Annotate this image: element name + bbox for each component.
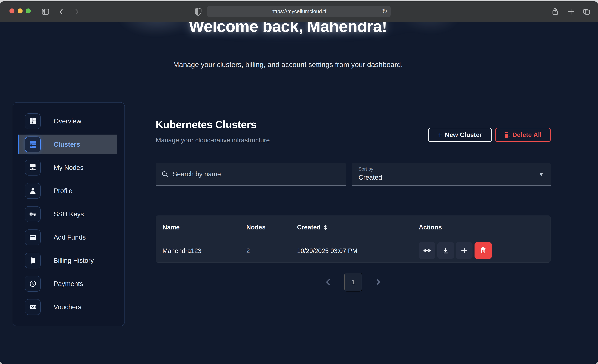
sort-label: Sort by — [358, 166, 373, 172]
sidebar: Overview Clusters My Nodes — [13, 102, 125, 326]
forward-button[interactable] — [73, 1, 81, 22]
share-button[interactable] — [550, 1, 560, 22]
add-node-button[interactable] — [456, 242, 473, 259]
sidebar-item-my-nodes[interactable]: My Nodes — [13, 156, 125, 179]
search-input[interactable] — [172, 170, 336, 178]
delete-all-button[interactable]: Delete All — [495, 128, 551, 142]
row-actions — [419, 242, 492, 259]
sidebar-item-label: Billing History — [54, 257, 94, 264]
sidebar-item-label: Add Funds — [54, 234, 86, 241]
plus-icon — [567, 8, 575, 16]
download-icon — [442, 247, 449, 254]
sort-updown-icon — [323, 224, 328, 231]
plus-icon: + — [438, 131, 442, 139]
sidebar-item-vouchers[interactable]: Vouchers — [13, 295, 125, 319]
icon-tile — [25, 137, 41, 152]
view-cluster-button[interactable] — [419, 242, 435, 259]
node-rack-icon — [29, 163, 37, 172]
download-kubeconfig-button[interactable] — [437, 242, 454, 259]
cluster-nodes-cell: 2 — [246, 239, 250, 263]
privacy-shield-button[interactable] — [193, 1, 203, 22]
column-header-created[interactable]: Created — [297, 216, 328, 239]
url-bar[interactable]: https://myceliumcloud.tf ↻ — [207, 6, 391, 17]
sidebar-item-add-funds[interactable]: Add Funds — [13, 226, 125, 249]
search-field — [156, 163, 346, 186]
sidebar-item-label: My Nodes — [54, 164, 83, 171]
sidebar-item-label: Profile — [54, 187, 72, 195]
sidebar-item-label: Vouchers — [54, 303, 81, 311]
next-page-button[interactable] — [375, 278, 382, 286]
tabs-icon — [582, 8, 591, 16]
column-header-nodes: Nodes — [246, 216, 266, 239]
new-cluster-button[interactable]: + New Cluster — [428, 128, 492, 142]
browser-chrome: https://myceliumcloud.tf ↻ — [0, 1, 598, 22]
sort-value: Created — [358, 174, 382, 181]
page-content: Welcome back, Mahendra! Manage your clus… — [0, 22, 598, 364]
cluster-created-cell: 10/29/2025 03:07 PM — [297, 239, 357, 263]
search-icon — [161, 171, 169, 178]
chevron-left-icon — [58, 8, 65, 15]
shield-icon — [194, 7, 202, 16]
url-text: https://myceliumcloud.tf — [271, 8, 326, 14]
icon-tile — [25, 299, 41, 315]
share-icon — [551, 7, 559, 16]
user-icon — [29, 187, 37, 195]
icon-tile — [25, 253, 41, 268]
browser-window: https://myceliumcloud.tf ↻ Welcome back,… — [0, 1, 598, 364]
show-tabs-button[interactable] — [581, 1, 591, 22]
column-header-name: Name — [163, 216, 180, 239]
sidebar-item-billing-history[interactable]: Billing History — [13, 249, 125, 272]
chevron-right-icon — [375, 278, 382, 286]
icon-tile — [25, 276, 41, 292]
clusters-table: Name Nodes Created Actions Mahendra123 2… — [156, 215, 551, 263]
chevron-left-icon — [325, 278, 331, 286]
sidebar-item-overview[interactable]: Overview — [13, 109, 125, 133]
credit-card-icon — [29, 233, 37, 241]
chevron-right-icon — [73, 8, 80, 15]
column-header-created-label: Created — [297, 224, 321, 231]
current-page-button[interactable]: 1 — [344, 273, 362, 291]
previous-page-button[interactable] — [325, 278, 331, 286]
servers-icon — [29, 140, 37, 149]
close-window-button[interactable] — [9, 8, 14, 13]
sidebar-item-profile[interactable]: Profile — [13, 179, 125, 202]
clock-icon — [29, 280, 37, 288]
icon-tile — [25, 206, 41, 222]
sidebar-item-clusters[interactable]: Clusters — [13, 133, 125, 156]
page-subtitle: Manage your cloud-native infrastructure — [156, 137, 270, 144]
sort-select[interactable]: Sort by Created ▼ — [352, 163, 551, 186]
screenshot-root: https://myceliumcloud.tf ↻ Welcome back,… — [0, 0, 598, 364]
back-button[interactable] — [58, 1, 65, 22]
icon-tile — [25, 113, 41, 129]
icon-tile — [25, 183, 41, 199]
sidebar-item-label: Payments — [54, 280, 83, 288]
sidebar-item-label: Clusters — [54, 141, 80, 148]
icon-tile — [25, 160, 41, 175]
minimize-window-button[interactable] — [17, 8, 23, 13]
sidebar-item-label: SSH Keys — [54, 210, 84, 218]
sidebar-toggle-button[interactable] — [41, 1, 50, 22]
main-panel: Kubernetes Clusters Manage your cloud-na… — [156, 22, 551, 364]
trash-icon — [504, 132, 510, 138]
page-title: Kubernetes Clusters — [156, 118, 257, 130]
dashboard-icon — [29, 117, 37, 125]
trash-icon — [479, 247, 487, 254]
sidebar-item-ssh-keys[interactable]: SSH Keys — [13, 202, 125, 226]
sidebar-toggle-icon — [41, 7, 50, 16]
sidebar-item-label: Overview — [54, 117, 81, 125]
new-tab-button[interactable] — [566, 1, 576, 22]
delete-cluster-button[interactable] — [474, 242, 492, 259]
reload-button[interactable]: ↻ — [382, 6, 387, 17]
key-icon — [29, 210, 37, 218]
header-actions: + New Cluster Delete All — [428, 128, 551, 142]
plus-icon — [461, 247, 468, 254]
receipt-icon — [29, 256, 37, 265]
eye-icon — [423, 246, 431, 255]
icon-tile — [25, 230, 41, 245]
zoom-window-button[interactable] — [26, 8, 31, 13]
ticket-icon — [29, 303, 37, 311]
cluster-name-cell: Mahendra123 — [163, 239, 201, 263]
sidebar-item-payments[interactable]: Payments — [13, 272, 125, 295]
reload-icon: ↻ — [382, 8, 387, 15]
caret-down-icon: ▼ — [539, 172, 544, 177]
